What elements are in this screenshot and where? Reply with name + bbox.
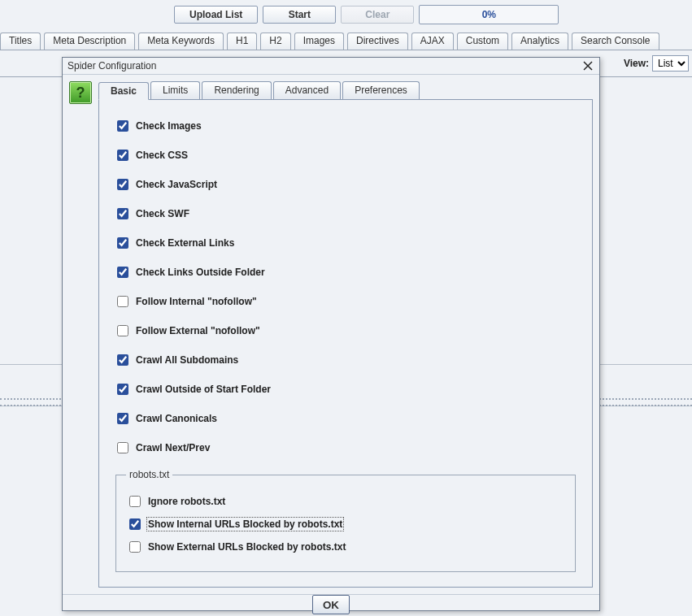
filter-tab-meta-keywords[interactable]: Meta Keywords xyxy=(138,33,224,50)
checkbox-check-links-outside[interactable] xyxy=(117,267,128,278)
checkbox-check-images[interactable] xyxy=(117,120,128,132)
dialog-tab-rendering[interactable]: Rendering xyxy=(202,81,271,99)
dialog-body: ? BasicLimitsRenderingAdvancedPreference… xyxy=(63,75,599,594)
close-icon xyxy=(583,61,593,71)
checkbox-ignore-robots[interactable] xyxy=(129,496,141,507)
checkbox-crawl-canonicals[interactable] xyxy=(117,413,128,424)
checkbox-show-int-blocked[interactable] xyxy=(129,518,141,530)
option-check-js: Check JavaScript xyxy=(114,176,577,193)
option-check-swf: Check SWF xyxy=(114,206,577,222)
label-check-swf: Check SWF xyxy=(136,208,189,219)
filter-tabs: TitlesMeta DescriptionMeta KeywordsH1H2I… xyxy=(0,33,692,50)
filter-tab-h1[interactable]: H1 xyxy=(227,33,257,50)
checkbox-crawl-next-prev[interactable] xyxy=(117,442,128,453)
option-follow-ext-nofollow: Follow External "nofollow" xyxy=(114,323,577,339)
label-check-images: Check Images xyxy=(136,120,202,132)
filter-tab-search-console[interactable]: Search Console xyxy=(572,33,659,50)
help-button[interactable]: ? xyxy=(69,81,92,104)
option-crawl-next-prev: Crawl Next/Prev xyxy=(114,440,577,456)
option-show-ext-blocked: Show External URLs Blocked by robots.txt xyxy=(126,539,565,555)
option-ignore-robots: Ignore robots.txt xyxy=(126,493,565,510)
dialog-footer: OK xyxy=(63,594,599,614)
dialog-close-button[interactable] xyxy=(581,59,594,72)
option-check-ext-links: Check External Links xyxy=(114,235,577,251)
label-check-ext-links: Check External Links xyxy=(136,237,234,249)
filter-tab-ajax[interactable]: AJAX xyxy=(411,33,454,50)
option-check-css: Check CSS xyxy=(114,147,577,163)
checkbox-crawl-subdomains[interactable] xyxy=(117,354,128,366)
checkbox-check-css[interactable] xyxy=(117,150,128,161)
filter-tab-custom[interactable]: Custom xyxy=(457,33,508,50)
filter-tab-titles[interactable]: Titles xyxy=(0,33,41,50)
label-show-int-blocked: Show Internal URLs Blocked by robots.txt xyxy=(148,518,342,530)
option-show-int-blocked: Show Internal URLs Blocked by robots.txt xyxy=(126,516,565,532)
label-check-css: Check CSS xyxy=(136,150,188,161)
help-icon: ? xyxy=(76,85,85,102)
label-show-ext-blocked: Show External URLs Blocked by robots.txt xyxy=(148,541,346,553)
option-check-links-outside: Check Links Outside Folder xyxy=(114,264,577,280)
dialog-titlebar: Spider Configuration xyxy=(63,58,599,75)
dialog-title-text: Spider Configuration xyxy=(67,60,156,72)
view-select[interactable]: List xyxy=(652,55,689,72)
clear-button: Clear xyxy=(341,6,414,24)
checkbox-crawl-outside-start[interactable] xyxy=(117,384,128,395)
dialog-tabs: BasicLimitsRenderingAdvancedPreferences xyxy=(98,81,593,100)
filter-tab-directives[interactable]: Directives xyxy=(347,33,408,50)
label-follow-ext-nofollow: Follow External "nofollow" xyxy=(136,325,260,336)
ok-button[interactable]: OK xyxy=(312,595,350,614)
checkbox-check-js[interactable] xyxy=(117,179,128,190)
label-ignore-robots: Ignore robots.txt xyxy=(148,496,225,507)
main-toolbar: Upload List Start Clear 0% xyxy=(0,0,692,29)
dialog-tab-preferences[interactable]: Preferences xyxy=(342,81,420,99)
option-crawl-outside-start: Crawl Outside of Start Folder xyxy=(114,381,577,397)
checkbox-follow-int-nofollow[interactable] xyxy=(117,296,128,307)
tab-pane-basic: Check ImagesCheck CSSCheck JavaScriptChe… xyxy=(98,100,593,588)
filter-tab-analytics[interactable]: Analytics xyxy=(511,33,568,50)
dialog-tab-limits[interactable]: Limits xyxy=(150,81,200,99)
label-check-js: Check JavaScript xyxy=(136,179,217,190)
label-check-links-outside: Check Links Outside Folder xyxy=(136,267,265,278)
option-crawl-subdomains: Crawl All Subdomains xyxy=(114,352,577,368)
checkbox-check-swf[interactable] xyxy=(117,208,128,219)
option-follow-int-nofollow: Follow Internal "nofollow" xyxy=(114,293,577,310)
dialog-tab-advanced[interactable]: Advanced xyxy=(273,81,341,99)
label-crawl-outside-start: Crawl Outside of Start Folder xyxy=(136,384,271,395)
label-crawl-canonicals: Crawl Canonicals xyxy=(136,413,217,424)
label-follow-int-nofollow: Follow Internal "nofollow" xyxy=(136,296,257,307)
spider-configuration-dialog: Spider Configuration ? BasicLimitsRender… xyxy=(62,57,600,611)
filter-tab-images[interactable]: Images xyxy=(294,33,344,50)
robots-fieldset: robots.txt Ignore robots.txtShow Interna… xyxy=(115,469,576,572)
view-label: View: xyxy=(624,58,649,69)
label-crawl-next-prev: Crawl Next/Prev xyxy=(136,442,210,453)
dialog-tab-basic[interactable]: Basic xyxy=(98,82,149,100)
option-crawl-canonicals: Crawl Canonicals xyxy=(114,410,577,427)
filter-tab-meta-description[interactable]: Meta Description xyxy=(44,33,135,50)
option-check-images: Check Images xyxy=(114,118,577,134)
checkbox-follow-ext-nofollow[interactable] xyxy=(117,325,128,336)
start-button[interactable]: Start xyxy=(263,6,336,24)
robots-legend: robots.txt xyxy=(126,469,172,480)
checkbox-show-ext-blocked[interactable] xyxy=(129,541,141,553)
label-crawl-subdomains: Crawl All Subdomains xyxy=(136,354,238,366)
checkbox-check-ext-links[interactable] xyxy=(117,237,128,249)
upload-list-button[interactable]: Upload List xyxy=(174,6,258,24)
progress-bar: 0% xyxy=(419,5,559,24)
filter-tab-h2[interactable]: H2 xyxy=(260,33,290,50)
dialog-tabs-column: BasicLimitsRenderingAdvancedPreferences … xyxy=(98,81,593,588)
